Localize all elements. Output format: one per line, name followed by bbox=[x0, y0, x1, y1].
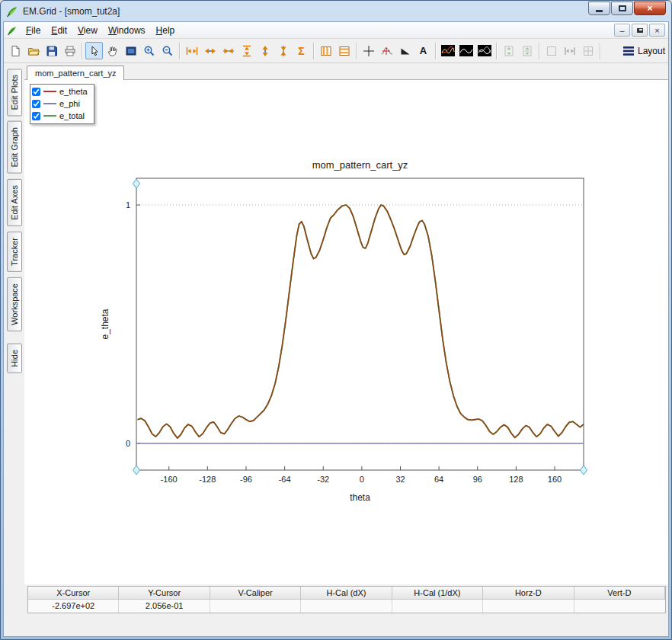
x-tick-label: 160 bbox=[548, 475, 562, 484]
layout-button[interactable]: Layout bbox=[623, 46, 666, 56]
toolbar-separator bbox=[600, 43, 600, 59]
new-document-button[interactable] bbox=[6, 42, 24, 59]
mdi-minimize-button[interactable]: – bbox=[614, 24, 630, 37]
status-table: X-CursorY-CursorV-CaliperH-Cal (dX)H-Cal… bbox=[27, 586, 666, 613]
y-axis-label: e_theta bbox=[100, 309, 110, 339]
save-file-button[interactable] bbox=[43, 42, 60, 59]
side-tab-edit-plots[interactable]: Edit Plots bbox=[7, 69, 22, 116]
toolbar-separator bbox=[82, 43, 82, 59]
open-file-button[interactable] bbox=[24, 42, 42, 59]
side-tab-hide[interactable]: Hide bbox=[7, 344, 22, 373]
expand-y-button[interactable] bbox=[238, 42, 255, 59]
tracker-button[interactable] bbox=[378, 42, 395, 59]
menu-file[interactable]: File bbox=[21, 24, 46, 37]
fit-vertical-alt-button[interactable] bbox=[518, 42, 536, 59]
mdi-restore-button[interactable] bbox=[632, 24, 648, 37]
client-area: FileEditViewWindowsHelp – × bbox=[3, 21, 669, 637]
status-header-h-cal-1-dx: H-Cal (1/dX) bbox=[392, 587, 483, 600]
slope-caliper-button[interactable] bbox=[396, 42, 414, 59]
legend-checkbox-e-phi[interactable] bbox=[32, 100, 40, 108]
axes-options-button[interactable] bbox=[579, 42, 597, 59]
menu-view[interactable]: View bbox=[72, 24, 103, 37]
document-tab-bar: mom_pattern_cart_yz bbox=[24, 63, 668, 80]
side-tab-strip: Edit PlotsEdit GraphEdit AxesTrackerWork… bbox=[4, 63, 24, 636]
plot-style-dual-button[interactable] bbox=[475, 42, 493, 59]
expand-x-button[interactable] bbox=[183, 42, 200, 59]
menu-help[interactable]: Help bbox=[151, 24, 181, 37]
printer-icon bbox=[64, 45, 76, 57]
app-logo-icon bbox=[6, 5, 18, 18]
shrink-x-icon bbox=[222, 45, 235, 57]
plot-style-single-button[interactable] bbox=[457, 42, 475, 59]
plot-area[interactable] bbox=[136, 178, 584, 470]
close-button[interactable]: × bbox=[634, 2, 666, 15]
maximize-button[interactable] bbox=[611, 2, 633, 15]
status-value-y-cursor: 2.056e-01 bbox=[119, 600, 210, 613]
select-pointer-button[interactable] bbox=[85, 42, 103, 59]
mdi-close-button[interactable]: × bbox=[649, 24, 665, 37]
app-window: EM.Grid - [smom_tut2a] × FileEditViewWin… bbox=[0, 0, 672, 640]
menu-windows[interactable]: Windows bbox=[103, 24, 151, 37]
save-floppy-icon bbox=[46, 45, 58, 57]
text-annotation-button[interactable]: A bbox=[414, 42, 432, 59]
plot-style-multi-button[interactable] bbox=[439, 42, 456, 59]
minimize-icon bbox=[596, 10, 603, 12]
status-header-y-cursor: Y-Cursor bbox=[119, 587, 210, 600]
status-bar: X-CursorY-CursorV-CaliperH-Cal (dX)H-Cal… bbox=[24, 584, 668, 613]
side-tab-workspace[interactable]: Workspace bbox=[7, 277, 22, 331]
zoom-window-button[interactable] bbox=[122, 42, 139, 59]
autoscale-button[interactable]: Σ bbox=[293, 42, 310, 59]
chart[interactable]: -160-128-96-64-32032649612816001mom_patt… bbox=[72, 144, 605, 510]
x-tick-label: -32 bbox=[317, 475, 329, 484]
print-button[interactable] bbox=[61, 42, 78, 59]
status-value-horz-d bbox=[483, 600, 574, 613]
link-axes-button[interactable] bbox=[542, 42, 560, 59]
x-tick-label: -128 bbox=[199, 475, 216, 484]
x-tick-label: -160 bbox=[161, 475, 178, 484]
toolbar-separator bbox=[179, 43, 180, 59]
legend-label: e_total bbox=[59, 111, 85, 120]
shrink-y-button[interactable] bbox=[274, 42, 292, 59]
shrink-x-button[interactable] bbox=[219, 42, 237, 59]
y-tick-label: 0 bbox=[126, 439, 130, 448]
legend-line-sample bbox=[43, 115, 56, 117]
stretch-y-button[interactable] bbox=[256, 42, 274, 59]
side-tab-edit-graph[interactable]: Edit Graph bbox=[7, 121, 22, 174]
legend-checkbox-e-total[interactable] bbox=[32, 112, 40, 120]
select-arrow-icon bbox=[88, 45, 101, 57]
vertical-grid-button[interactable] bbox=[317, 42, 334, 59]
stretch-x-button[interactable] bbox=[201, 42, 219, 59]
fit-vertical-button[interactable] bbox=[500, 42, 517, 59]
menu-edit[interactable]: Edit bbox=[46, 24, 72, 37]
horizontal-grid-button[interactable] bbox=[335, 42, 353, 59]
legend-box[interactable]: e_thetae_phie_total bbox=[30, 84, 94, 124]
open-folder-icon bbox=[27, 45, 40, 57]
side-tab-edit-axes[interactable]: Edit Axes bbox=[7, 179, 22, 226]
minimize-button[interactable] bbox=[588, 2, 610, 15]
title-bar[interactable]: EM.Grid - [smom_tut2a] × bbox=[3, 1, 669, 21]
plot-style-single-icon bbox=[459, 45, 473, 56]
pan-hand-icon bbox=[107, 45, 119, 57]
zoom-in-button[interactable] bbox=[140, 42, 158, 59]
toolbar-separator bbox=[356, 43, 357, 59]
x-tick-label: 32 bbox=[395, 475, 405, 484]
status-header-horz-d: Horz-D bbox=[483, 587, 574, 600]
fit-horizontal-icon bbox=[564, 45, 576, 57]
fit-horizontal-button[interactable] bbox=[561, 42, 578, 59]
crosshair-cursor-button[interactable] bbox=[360, 42, 377, 59]
axes-options-icon bbox=[582, 45, 594, 57]
bottom-spacer bbox=[24, 613, 668, 636]
x-tick-label: 128 bbox=[509, 475, 523, 484]
legend-line-sample bbox=[43, 103, 56, 104]
stretch-x-icon bbox=[204, 45, 216, 57]
side-tab-tracker[interactable]: Tracker bbox=[7, 232, 22, 272]
plot-canvas[interactable]: e_thetae_phie_total -160-128-96-64-32032… bbox=[24, 80, 668, 584]
mdi-minimize-icon: – bbox=[619, 26, 624, 35]
zoom-out-button[interactable] bbox=[158, 42, 176, 59]
mdi-close-icon: × bbox=[654, 26, 659, 35]
status-value-x-cursor: -2.697e+02 bbox=[28, 600, 119, 613]
document-tab[interactable]: mom_pattern_cart_yz bbox=[27, 66, 124, 80]
legend-checkbox-e-theta[interactable] bbox=[32, 88, 40, 96]
status-header-vert-d: Vert-D bbox=[574, 587, 665, 600]
pan-button[interactable] bbox=[104, 42, 121, 59]
